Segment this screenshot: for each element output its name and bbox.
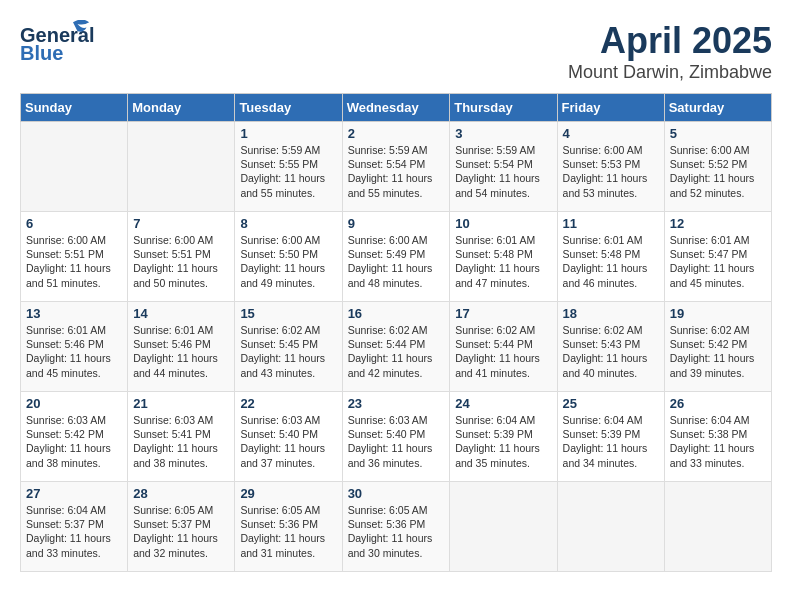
sunrise-text: Sunrise: 6:00 AM xyxy=(240,234,320,246)
calendar-cell: 18Sunrise: 6:02 AMSunset: 5:43 PMDayligh… xyxy=(557,302,664,392)
day-number: 21 xyxy=(133,396,229,411)
day-number: 29 xyxy=(240,486,336,501)
day-number: 2 xyxy=(348,126,445,141)
cell-content: Sunrise: 6:01 AMSunset: 5:47 PMDaylight:… xyxy=(670,233,766,290)
sunrise-text: Sunrise: 6:02 AM xyxy=(563,324,643,336)
sunset-text: Sunset: 5:37 PM xyxy=(26,518,104,530)
daylight-text: Daylight: 11 hours and 35 minutes. xyxy=(455,442,540,468)
calendar-cell xyxy=(21,122,128,212)
week-row-4: 20Sunrise: 6:03 AMSunset: 5:42 PMDayligh… xyxy=(21,392,772,482)
header: General Blue April 2025 Mount Darwin, Zi… xyxy=(20,20,772,83)
sunset-text: Sunset: 5:41 PM xyxy=(133,428,211,440)
cell-content: Sunrise: 6:02 AMSunset: 5:44 PMDaylight:… xyxy=(455,323,551,380)
sunset-text: Sunset: 5:39 PM xyxy=(455,428,533,440)
calendar-cell: 22Sunrise: 6:03 AMSunset: 5:40 PMDayligh… xyxy=(235,392,342,482)
sunset-text: Sunset: 5:43 PM xyxy=(563,338,641,350)
sunset-text: Sunset: 5:53 PM xyxy=(563,158,641,170)
daylight-text: Daylight: 11 hours and 40 minutes. xyxy=(563,352,648,378)
daylight-text: Daylight: 11 hours and 51 minutes. xyxy=(26,262,111,288)
weekday-wednesday: Wednesday xyxy=(342,94,450,122)
daylight-text: Daylight: 11 hours and 31 minutes. xyxy=(240,532,325,558)
calendar-cell: 13Sunrise: 6:01 AMSunset: 5:46 PMDayligh… xyxy=(21,302,128,392)
sunrise-text: Sunrise: 6:04 AM xyxy=(563,414,643,426)
sunrise-text: Sunrise: 6:00 AM xyxy=(670,144,750,156)
daylight-text: Daylight: 11 hours and 43 minutes. xyxy=(240,352,325,378)
calendar-cell: 26Sunrise: 6:04 AMSunset: 5:38 PMDayligh… xyxy=(664,392,771,482)
cell-content: Sunrise: 6:04 AMSunset: 5:39 PMDaylight:… xyxy=(563,413,659,470)
daylight-text: Daylight: 11 hours and 38 minutes. xyxy=(133,442,218,468)
sunset-text: Sunset: 5:54 PM xyxy=(455,158,533,170)
calendar-cell: 12Sunrise: 6:01 AMSunset: 5:47 PMDayligh… xyxy=(664,212,771,302)
sunrise-text: Sunrise: 6:05 AM xyxy=(133,504,213,516)
daylight-text: Daylight: 11 hours and 44 minutes. xyxy=(133,352,218,378)
sunset-text: Sunset: 5:44 PM xyxy=(455,338,533,350)
daylight-text: Daylight: 11 hours and 52 minutes. xyxy=(670,172,755,198)
day-number: 20 xyxy=(26,396,122,411)
daylight-text: Daylight: 11 hours and 55 minutes. xyxy=(240,172,325,198)
sunrise-text: Sunrise: 6:01 AM xyxy=(133,324,213,336)
daylight-text: Daylight: 11 hours and 39 minutes. xyxy=(670,352,755,378)
cell-content: Sunrise: 6:00 AMSunset: 5:50 PMDaylight:… xyxy=(240,233,336,290)
calendar-cell: 27Sunrise: 6:04 AMSunset: 5:37 PMDayligh… xyxy=(21,482,128,572)
cell-content: Sunrise: 6:00 AMSunset: 5:52 PMDaylight:… xyxy=(670,143,766,200)
sunset-text: Sunset: 5:47 PM xyxy=(670,248,748,260)
sunset-text: Sunset: 5:42 PM xyxy=(26,428,104,440)
daylight-text: Daylight: 11 hours and 53 minutes. xyxy=(563,172,648,198)
calendar-cell: 4Sunrise: 6:00 AMSunset: 5:53 PMDaylight… xyxy=(557,122,664,212)
calendar-cell: 14Sunrise: 6:01 AMSunset: 5:46 PMDayligh… xyxy=(128,302,235,392)
calendar-cell xyxy=(450,482,557,572)
calendar-cell: 28Sunrise: 6:05 AMSunset: 5:37 PMDayligh… xyxy=(128,482,235,572)
cell-content: Sunrise: 6:00 AMSunset: 5:53 PMDaylight:… xyxy=(563,143,659,200)
cell-content: Sunrise: 6:01 AMSunset: 5:46 PMDaylight:… xyxy=(26,323,122,380)
sunrise-text: Sunrise: 6:04 AM xyxy=(455,414,535,426)
sunrise-text: Sunrise: 6:02 AM xyxy=(348,324,428,336)
sunset-text: Sunset: 5:52 PM xyxy=(670,158,748,170)
daylight-text: Daylight: 11 hours and 54 minutes. xyxy=(455,172,540,198)
day-number: 8 xyxy=(240,216,336,231)
cell-content: Sunrise: 6:02 AMSunset: 5:42 PMDaylight:… xyxy=(670,323,766,380)
sunrise-text: Sunrise: 6:00 AM xyxy=(563,144,643,156)
sunset-text: Sunset: 5:51 PM xyxy=(133,248,211,260)
weekday-friday: Friday xyxy=(557,94,664,122)
calendar-cell xyxy=(557,482,664,572)
day-number: 17 xyxy=(455,306,551,321)
cell-content: Sunrise: 6:05 AMSunset: 5:36 PMDaylight:… xyxy=(240,503,336,560)
sunset-text: Sunset: 5:55 PM xyxy=(240,158,318,170)
calendar-cell: 23Sunrise: 6:03 AMSunset: 5:40 PMDayligh… xyxy=(342,392,450,482)
day-number: 30 xyxy=(348,486,445,501)
cell-content: Sunrise: 6:05 AMSunset: 5:37 PMDaylight:… xyxy=(133,503,229,560)
title-section: April 2025 Mount Darwin, Zimbabwe xyxy=(568,20,772,83)
sunrise-text: Sunrise: 6:04 AM xyxy=(26,504,106,516)
sunrise-text: Sunrise: 6:00 AM xyxy=(26,234,106,246)
sunset-text: Sunset: 5:40 PM xyxy=(240,428,318,440)
sunset-text: Sunset: 5:54 PM xyxy=(348,158,426,170)
day-number: 9 xyxy=(348,216,445,231)
calendar-cell: 17Sunrise: 6:02 AMSunset: 5:44 PMDayligh… xyxy=(450,302,557,392)
cell-content: Sunrise: 6:02 AMSunset: 5:43 PMDaylight:… xyxy=(563,323,659,380)
sunrise-text: Sunrise: 5:59 AM xyxy=(240,144,320,156)
calendar-cell xyxy=(664,482,771,572)
week-row-3: 13Sunrise: 6:01 AMSunset: 5:46 PMDayligh… xyxy=(21,302,772,392)
sunrise-text: Sunrise: 6:01 AM xyxy=(670,234,750,246)
day-number: 28 xyxy=(133,486,229,501)
weekday-sunday: Sunday xyxy=(21,94,128,122)
daylight-text: Daylight: 11 hours and 46 minutes. xyxy=(563,262,648,288)
sunset-text: Sunset: 5:45 PM xyxy=(240,338,318,350)
daylight-text: Daylight: 11 hours and 37 minutes. xyxy=(240,442,325,468)
cell-content: Sunrise: 6:04 AMSunset: 5:38 PMDaylight:… xyxy=(670,413,766,470)
daylight-text: Daylight: 11 hours and 36 minutes. xyxy=(348,442,433,468)
sunrise-text: Sunrise: 6:04 AM xyxy=(670,414,750,426)
calendar-cell: 5Sunrise: 6:00 AMSunset: 5:52 PMDaylight… xyxy=(664,122,771,212)
sunset-text: Sunset: 5:49 PM xyxy=(348,248,426,260)
calendar-cell: 29Sunrise: 6:05 AMSunset: 5:36 PMDayligh… xyxy=(235,482,342,572)
sunrise-text: Sunrise: 6:03 AM xyxy=(26,414,106,426)
calendar-cell: 6Sunrise: 6:00 AMSunset: 5:51 PMDaylight… xyxy=(21,212,128,302)
calendar-table: SundayMondayTuesdayWednesdayThursdayFrid… xyxy=(20,93,772,572)
sunrise-text: Sunrise: 6:02 AM xyxy=(455,324,535,336)
cell-content: Sunrise: 6:00 AMSunset: 5:49 PMDaylight:… xyxy=(348,233,445,290)
calendar-cell: 9Sunrise: 6:00 AMSunset: 5:49 PMDaylight… xyxy=(342,212,450,302)
calendar-cell: 2Sunrise: 5:59 AMSunset: 5:54 PMDaylight… xyxy=(342,122,450,212)
cell-content: Sunrise: 6:00 AMSunset: 5:51 PMDaylight:… xyxy=(26,233,122,290)
cell-content: Sunrise: 6:02 AMSunset: 5:45 PMDaylight:… xyxy=(240,323,336,380)
sunset-text: Sunset: 5:40 PM xyxy=(348,428,426,440)
